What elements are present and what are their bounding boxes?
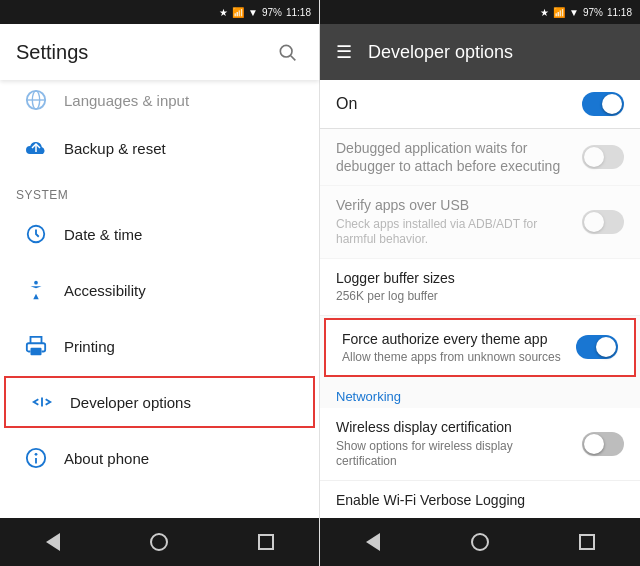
- right-wifi-icon: ▼: [569, 7, 579, 18]
- logger-buffer-texts: Logger buffer sizes 256K per log buffer: [336, 269, 624, 305]
- right-recents-button[interactable]: [567, 522, 607, 562]
- about-phone-label: About phone: [64, 450, 149, 467]
- back-button[interactable]: [33, 522, 73, 562]
- debug-wait-knob: [584, 147, 604, 167]
- right-status-icons: ★ 📶 ▼ 97% 11:18: [540, 7, 632, 18]
- logger-buffer-subtitle: 256K per log buffer: [336, 289, 624, 305]
- left-status-bar: ★ 📶 ▼ 97% 11:18: [0, 0, 319, 24]
- debug-wait-title: Debugged application waits for debugger …: [336, 139, 574, 175]
- wireless-display-subtitle: Show options for wireless display certif…: [336, 439, 574, 470]
- wireless-display-knob: [584, 434, 604, 454]
- right-time-text: 11:18: [607, 7, 632, 18]
- wifi-verbose-title: Enable Wi-Fi Verbose Logging: [336, 491, 624, 509]
- code-icon: [22, 391, 62, 413]
- right-battery-text: 97%: [583, 7, 603, 18]
- svg-point-7: [34, 281, 38, 285]
- right-back-icon: [366, 533, 380, 551]
- languages-input-item[interactable]: Languages & input: [0, 80, 319, 120]
- force-authorize-toggle[interactable]: [576, 335, 618, 359]
- right-panel: ★ 📶 ▼ 97% 11:18 ☰ Developer options On D…: [320, 0, 640, 566]
- right-signal-icon: 📶: [553, 7, 565, 18]
- backup-reset-item[interactable]: Backup & reset: [0, 120, 319, 176]
- svg-line-1: [291, 56, 296, 61]
- verify-apps-usb-item[interactable]: Verify apps over USB Check apps installe…: [320, 186, 640, 258]
- language-icon: [16, 89, 56, 111]
- verify-apps-toggle[interactable]: [582, 210, 624, 234]
- on-label: On: [336, 95, 582, 113]
- force-authorize-subtitle: Allow theme apps from unknown sources: [342, 350, 568, 366]
- left-content: Languages & input Backup & reset System: [0, 80, 319, 518]
- wireless-display-texts: Wireless display certification Show opti…: [336, 418, 574, 469]
- right-recents-icon: [579, 534, 595, 550]
- right-header: ☰ Developer options: [320, 24, 640, 80]
- debug-wait-toggle[interactable]: [582, 145, 624, 169]
- toggle-knob: [602, 94, 622, 114]
- wifi-verbose-item[interactable]: Enable Wi-Fi Verbose Logging: [320, 481, 640, 518]
- right-home-button[interactable]: [460, 522, 500, 562]
- about-phone-item[interactable]: About phone: [0, 430, 319, 486]
- logger-buffer-title: Logger buffer sizes: [336, 269, 624, 287]
- verify-apps-knob: [584, 212, 604, 232]
- right-bottom-nav: [320, 518, 640, 566]
- right-home-icon: [471, 533, 489, 551]
- right-back-button[interactable]: [353, 522, 393, 562]
- verify-apps-subtitle: Check apps installed via ADB/ADT for har…: [336, 217, 574, 248]
- search-button[interactable]: [271, 36, 303, 68]
- wireless-display-title: Wireless display certification: [336, 418, 574, 436]
- developer-options-item[interactable]: Developer options: [4, 376, 315, 428]
- printing-label: Printing: [64, 338, 115, 355]
- left-status-icons: ★ 📶 ▼ 97% 11:18: [219, 7, 311, 18]
- developer-options-title: Developer options: [368, 42, 513, 63]
- date-time-item[interactable]: Date & time: [0, 206, 319, 262]
- wireless-display-item[interactable]: Wireless display certification Show opti…: [320, 408, 640, 480]
- signal-icon: 📶: [232, 7, 244, 18]
- home-button[interactable]: [139, 522, 179, 562]
- date-time-label: Date & time: [64, 226, 142, 243]
- right-bluetooth-icon: ★: [540, 7, 549, 18]
- on-toggle-row[interactable]: On: [320, 80, 640, 129]
- battery-text: 97%: [262, 7, 282, 18]
- right-status-bar: ★ 📶 ▼ 97% 11:18: [320, 0, 640, 24]
- bluetooth-icon: ★: [219, 7, 228, 18]
- logger-buffer-item[interactable]: Logger buffer sizes 256K per log buffer: [320, 259, 640, 316]
- svg-rect-8: [31, 348, 42, 355]
- force-authorize-texts: Force authorize every theme app Allow th…: [342, 330, 568, 366]
- wireless-display-toggle[interactable]: [582, 432, 624, 456]
- wifi-icon: ▼: [248, 7, 258, 18]
- recents-icon: [258, 534, 274, 550]
- clock-icon: [16, 223, 56, 245]
- debug-wait-item[interactable]: Debugged application waits for debugger …: [320, 129, 640, 186]
- back-icon: [46, 533, 60, 551]
- accessibility-label: Accessibility: [64, 282, 146, 299]
- info-icon: [16, 447, 56, 469]
- svg-point-0: [280, 45, 292, 57]
- accessibility-item[interactable]: Accessibility: [0, 262, 319, 318]
- left-panel: ★ 📶 ▼ 97% 11:18 Settings: [0, 0, 320, 566]
- time-text: 11:18: [286, 7, 311, 18]
- networking-section-header: Networking: [320, 379, 640, 408]
- cloud-icon: [16, 136, 56, 160]
- developer-options-label: Developer options: [70, 394, 191, 411]
- on-toggle[interactable]: [582, 92, 624, 116]
- left-header: Settings: [0, 24, 319, 80]
- home-icon: [150, 533, 168, 551]
- system-section-header: System: [0, 176, 319, 206]
- force-authorize-title: Force authorize every theme app: [342, 330, 568, 348]
- hamburger-icon[interactable]: ☰: [336, 41, 352, 63]
- force-authorize-item[interactable]: Force authorize every theme app Allow th…: [324, 318, 636, 378]
- force-authorize-knob: [596, 337, 616, 357]
- debug-wait-texts: Debugged application waits for debugger …: [336, 139, 574, 175]
- print-icon: [16, 335, 56, 357]
- printing-item[interactable]: Printing: [0, 318, 319, 374]
- languages-label: Languages & input: [64, 92, 189, 109]
- verify-apps-texts: Verify apps over USB Check apps installe…: [336, 196, 574, 247]
- backup-reset-label: Backup & reset: [64, 140, 166, 157]
- settings-title: Settings: [16, 41, 271, 64]
- right-content: On Debugged application waits for debugg…: [320, 80, 640, 518]
- verify-apps-title: Verify apps over USB: [336, 196, 574, 214]
- recents-button[interactable]: [246, 522, 286, 562]
- wifi-verbose-texts: Enable Wi-Fi Verbose Logging: [336, 491, 624, 509]
- left-bottom-nav: [0, 518, 319, 566]
- accessibility-icon: [16, 279, 56, 301]
